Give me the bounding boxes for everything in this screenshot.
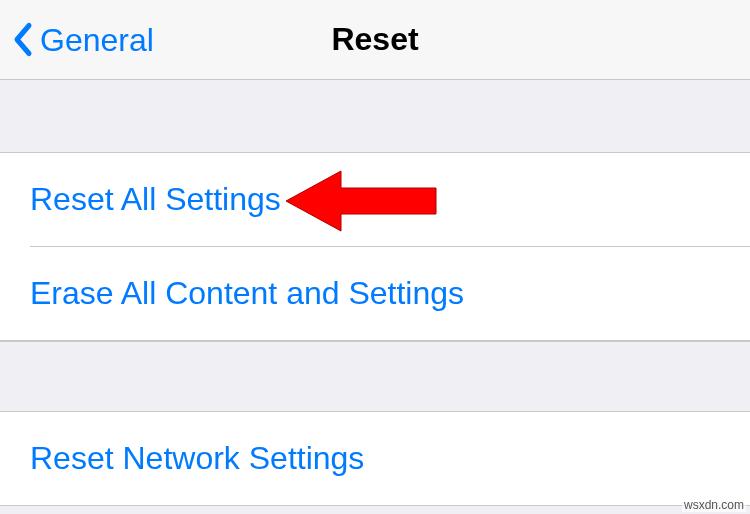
navigation-bar: General Reset (0, 0, 750, 80)
reset-network-settings-item[interactable]: Reset Network Settings (0, 412, 750, 505)
reset-all-settings-item[interactable]: Reset All Settings (0, 153, 750, 246)
page-title: Reset (331, 21, 418, 58)
erase-all-content-item[interactable]: Erase All Content and Settings (0, 247, 750, 340)
reset-options-group-2: Reset Network Settings (0, 411, 750, 506)
watermark-text: wsxdn.com (682, 498, 746, 512)
chevron-left-icon (12, 22, 34, 58)
section-spacer (0, 80, 750, 152)
back-button[interactable]: General (12, 21, 154, 58)
back-label: General (40, 21, 154, 58)
section-spacer (0, 341, 750, 411)
reset-options-group-1: Reset All Settings Erase All Content and… (0, 152, 750, 341)
